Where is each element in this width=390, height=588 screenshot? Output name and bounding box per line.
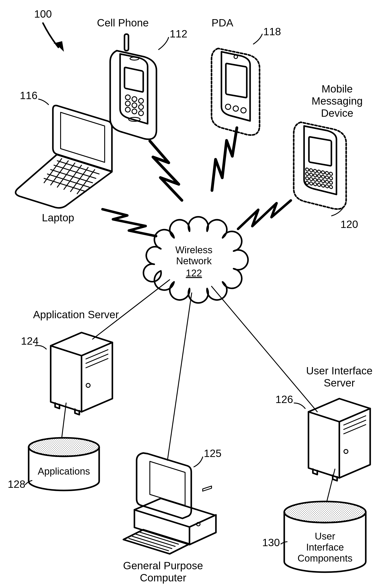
- svg-point-55: [329, 185, 333, 189]
- svg-point-30: [314, 169, 317, 173]
- svg-point-38: [318, 174, 321, 178]
- gpc-label-1: General Purpose: [123, 560, 203, 572]
- svg-point-15: [132, 103, 137, 108]
- pda-ref: 118: [263, 26, 281, 38]
- svg-point-36: [310, 173, 313, 176]
- appserver-ref: 124: [21, 335, 39, 347]
- laptop-ref: 116: [20, 90, 38, 101]
- svg-point-24: [233, 106, 239, 111]
- cellphone-ref: 112: [170, 28, 187, 40]
- svg-rect-10: [125, 34, 128, 51]
- svg-point-47: [325, 180, 329, 184]
- svg-point-45: [318, 179, 321, 182]
- svg-point-37: [314, 173, 317, 177]
- figure-reference: 100: [34, 8, 64, 52]
- pda-label: PDA: [211, 17, 233, 29]
- gpc-label-2: Computer: [140, 572, 186, 584]
- svg-point-23: [225, 104, 231, 109]
- cloud-label-1: Wireless: [175, 245, 213, 255]
- mobilemsg-ref: 120: [341, 218, 358, 230]
- uidb-label-2: Interface: [306, 542, 344, 552]
- cellphone-icon: [110, 34, 156, 139]
- svg-point-53: [321, 184, 325, 187]
- mobilemsg-label-3: Device: [321, 107, 353, 119]
- applications-db-icon: Applications: [29, 438, 99, 490]
- svg-line-5: [211, 286, 317, 412]
- svg-point-54: [325, 185, 329, 188]
- svg-point-25: [241, 108, 246, 113]
- uidb-label-3: Components: [297, 553, 352, 564]
- cellphone-label: Cell Phone: [97, 17, 149, 29]
- gpc-ref: 125: [204, 448, 221, 459]
- uiserver-ref: 126: [275, 394, 293, 405]
- svg-point-16: [139, 105, 144, 109]
- svg-point-13: [139, 98, 144, 103]
- appserver-label: Application Server: [33, 309, 119, 320]
- ui-server-icon: [308, 399, 370, 481]
- svg-point-12: [132, 97, 137, 102]
- svg-point-49: [306, 181, 309, 185]
- svg-point-46: [321, 179, 325, 183]
- uidb-label-1: User: [315, 531, 335, 542]
- svg-text:100: 100: [34, 8, 52, 20]
- svg-point-60: [344, 450, 348, 454]
- svg-point-51: [314, 182, 317, 186]
- svg-point-56: [86, 383, 90, 387]
- svg-point-35: [306, 172, 309, 176]
- svg-line-4: [167, 293, 192, 460]
- svg-point-28: [306, 168, 309, 171]
- uiserver-label-2: Server: [324, 377, 355, 389]
- svg-point-26: [234, 55, 238, 59]
- svg-point-29: [310, 168, 313, 172]
- cloud-label-2: Network: [176, 255, 212, 266]
- cloud-ref: 122: [186, 268, 202, 278]
- gpc-icon: [123, 453, 216, 554]
- svg-rect-9: [125, 67, 143, 92]
- svg-rect-59: [203, 486, 211, 491]
- svg-point-32: [321, 170, 325, 174]
- mobilemsg-label-2: Messaging: [312, 95, 363, 107]
- svg-point-48: [329, 181, 333, 184]
- svg-point-42: [306, 177, 309, 180]
- svg-point-39: [321, 175, 325, 178]
- svg-point-31: [318, 170, 321, 173]
- svg-point-52: [318, 183, 321, 187]
- svg-point-34: [329, 172, 333, 175]
- mobilemsg-label-1: Mobile: [321, 83, 352, 95]
- laptop-icon: [16, 105, 112, 208]
- app-server-icon: [51, 333, 112, 415]
- svg-point-11: [125, 95, 130, 100]
- appdb-label: Applications: [38, 466, 90, 477]
- svg-point-40: [325, 176, 329, 179]
- svg-point-50: [310, 182, 313, 185]
- uiserver-label-1: User Interface: [306, 365, 372, 377]
- svg-point-44: [314, 178, 317, 181]
- svg-point-33: [325, 171, 329, 175]
- appdb-ref: 128: [8, 478, 25, 490]
- pda-icon: [211, 48, 260, 135]
- svg-rect-22: [226, 63, 247, 98]
- svg-point-41: [329, 176, 333, 180]
- svg-point-18: [132, 109, 137, 114]
- laptop-label: Laptop: [42, 212, 74, 223]
- svg-line-6: [62, 403, 66, 438]
- svg-point-14: [125, 101, 130, 106]
- svg-point-17: [125, 107, 130, 112]
- uidb-ref: 130: [262, 537, 280, 548]
- svg-rect-27: [309, 137, 331, 166]
- svg-point-19: [139, 111, 144, 116]
- ui-db-icon: User Interface Components: [284, 502, 366, 572]
- mobile-messaging-icon: [294, 122, 346, 209]
- wireless-network-cloud: Wireless Network 122: [144, 217, 248, 303]
- svg-point-43: [310, 177, 313, 181]
